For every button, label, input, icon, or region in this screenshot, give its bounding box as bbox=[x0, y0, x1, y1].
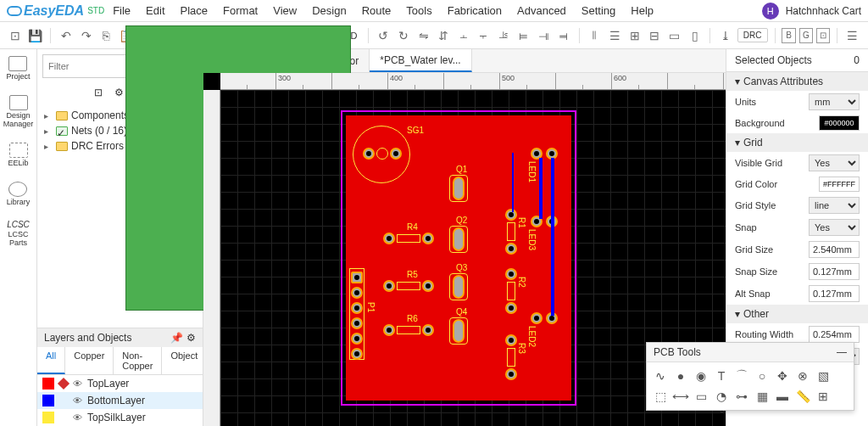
align-center-icon[interactable]: ⫟ bbox=[476, 26, 492, 45]
tool-dimension-icon[interactable]: ⟷ bbox=[670, 386, 691, 406]
menu-advanced[interactable]: Advanced bbox=[517, 4, 566, 17]
ungroup-icon[interactable]: ⊟ bbox=[646, 26, 663, 45]
drc-button[interactable]: DRC bbox=[737, 28, 768, 42]
menu-file[interactable]: File bbox=[113, 4, 131, 17]
eye-icon[interactable]: 👁 bbox=[73, 395, 82, 406]
pad[interactable] bbox=[422, 324, 434, 336]
rotate-left-icon[interactable]: ↺ bbox=[375, 26, 392, 45]
pad-row[interactable] bbox=[453, 227, 465, 251]
section-grid[interactable]: ▾Grid bbox=[726, 133, 868, 152]
snap-select[interactable]: Yes bbox=[809, 219, 860, 236]
front-icon[interactable]: ▭ bbox=[666, 26, 683, 45]
layer-bottom[interactable]: 👁BottomLayer bbox=[37, 392, 203, 409]
open-icon[interactable]: ⊡ bbox=[7, 26, 24, 45]
pad[interactable] bbox=[351, 287, 363, 299]
minimize-icon[interactable]: — bbox=[837, 346, 847, 358]
undo-icon[interactable]: ↶ bbox=[58, 26, 75, 45]
tool-protractor-icon[interactable]: ◔ bbox=[711, 386, 732, 406]
tool-connect-icon[interactable]: ⊶ bbox=[732, 386, 752, 406]
rail-eelib[interactable]: EELib bbox=[8, 143, 28, 168]
tree-tool-2-icon[interactable]: ⚙ bbox=[114, 87, 124, 101]
pad[interactable] bbox=[505, 302, 517, 314]
tool-track-icon[interactable]: ∿ bbox=[650, 366, 670, 386]
pad[interactable] bbox=[351, 333, 363, 345]
user-name[interactable]: Hatchnhack Cart bbox=[786, 5, 861, 17]
pad[interactable] bbox=[383, 233, 395, 244]
pad[interactable] bbox=[422, 280, 434, 292]
tool-move-icon[interactable]: ✥ bbox=[772, 366, 793, 386]
pad[interactable] bbox=[505, 209, 517, 221]
flip-v-icon[interactable]: ⇵ bbox=[435, 26, 452, 45]
visible-grid-select[interactable]: Yes bbox=[809, 154, 860, 171]
layer-topsilk[interactable]: 👁TopSilkLayer bbox=[37, 409, 203, 426]
rail-project[interactable]: Project bbox=[6, 56, 30, 81]
pad[interactable] bbox=[422, 233, 434, 244]
menu-edit[interactable]: Edit bbox=[146, 4, 164, 17]
menu-tools[interactable]: Tools bbox=[406, 4, 431, 17]
menu-route[interactable]: Route bbox=[362, 4, 392, 17]
pad[interactable] bbox=[351, 272, 363, 283]
layer-tab-all[interactable]: All bbox=[37, 347, 65, 374]
tool-canvas-icon[interactable]: ⬚ bbox=[650, 386, 670, 406]
tool-measure-icon[interactable]: 📏 bbox=[793, 386, 813, 406]
group-icon[interactable]: ⊞ bbox=[626, 26, 643, 45]
gear-icon[interactable]: ⚙ bbox=[186, 332, 196, 344]
gerber-icon[interactable]: G bbox=[799, 28, 813, 43]
user-avatar[interactable]: H bbox=[762, 3, 779, 20]
grid-color[interactable]: #FFFFFF bbox=[819, 177, 860, 192]
tab-pcb-waterlevel[interactable]: *PCB_Water lev... bbox=[370, 49, 471, 72]
pad[interactable] bbox=[390, 148, 402, 160]
section-other[interactable]: ▾Other bbox=[726, 305, 868, 323]
tool-via-icon[interactable]: ◉ bbox=[691, 366, 711, 386]
pin-icon[interactable]: 📌 bbox=[170, 332, 183, 344]
layer-tab-noncopper[interactable]: Non-Copper bbox=[114, 347, 162, 374]
pad[interactable] bbox=[351, 348, 363, 360]
pad-row[interactable] bbox=[453, 177, 465, 200]
alt-snap-input[interactable] bbox=[809, 285, 860, 302]
tool-group-icon[interactable]: ⊞ bbox=[813, 386, 833, 406]
back-icon[interactable]: ▯ bbox=[687, 26, 704, 45]
fab-icon[interactable]: ⊡ bbox=[816, 28, 830, 43]
pad[interactable] bbox=[383, 324, 395, 336]
save-icon[interactable]: 💾 bbox=[27, 26, 44, 45]
menu-setting[interactable]: Setting bbox=[581, 4, 615, 17]
pad[interactable] bbox=[531, 312, 542, 324]
grid-size-input[interactable] bbox=[809, 241, 860, 258]
tool-text-icon[interactable]: T bbox=[711, 366, 732, 386]
pad[interactable] bbox=[505, 243, 517, 255]
rail-library[interactable]: Library bbox=[7, 182, 31, 207]
tool-hole-icon[interactable]: ⊗ bbox=[793, 366, 813, 386]
menu-toggle-icon[interactable]: ☰ bbox=[844, 26, 861, 45]
tool-copper-icon[interactable]: ▦ bbox=[752, 386, 772, 406]
redo-icon[interactable]: ↷ bbox=[78, 26, 95, 45]
import-icon[interactable]: ⤓ bbox=[717, 26, 734, 45]
tool-image-icon[interactable]: ▧ bbox=[813, 366, 833, 386]
bom-icon[interactable]: B bbox=[782, 28, 795, 43]
pad[interactable] bbox=[505, 334, 517, 346]
rail-lcsc[interactable]: LCSCLCSC Parts bbox=[7, 220, 30, 248]
bg-color[interactable]: #000000 bbox=[819, 115, 860, 131]
snap-size-input[interactable] bbox=[809, 263, 860, 280]
pad[interactable] bbox=[351, 302, 363, 314]
align-bottom-icon[interactable]: ⫤ bbox=[555, 26, 572, 45]
layer-top[interactable]: 👁TopLayer bbox=[37, 375, 203, 392]
pad[interactable] bbox=[363, 148, 375, 160]
menu-view[interactable]: View bbox=[273, 4, 297, 17]
align-right-icon[interactable]: ⫡ bbox=[495, 26, 512, 45]
pad[interactable] bbox=[383, 280, 395, 292]
tool-solid-icon[interactable]: ▬ bbox=[772, 386, 793, 406]
pad[interactable] bbox=[351, 317, 363, 329]
layer-tab-copper[interactable]: Copper bbox=[65, 347, 114, 374]
eye-icon[interactable]: 👁 bbox=[73, 378, 82, 389]
menu-format[interactable]: Format bbox=[223, 4, 258, 17]
pad[interactable] bbox=[505, 268, 517, 280]
grid-style-select[interactable]: line bbox=[809, 197, 860, 214]
distribute-h-icon[interactable]: ⦀ bbox=[587, 26, 604, 45]
pad-row[interactable] bbox=[453, 275, 465, 299]
align-left-icon[interactable]: ⫠ bbox=[455, 26, 472, 45]
align-middle-icon[interactable]: ⫣ bbox=[535, 26, 552, 45]
pcb-tools-header[interactable]: PCB Tools — bbox=[647, 343, 854, 362]
tool-pad-icon[interactable]: ● bbox=[670, 366, 691, 386]
eye-icon[interactable]: 👁 bbox=[73, 412, 82, 423]
menu-place[interactable]: Place bbox=[181, 4, 209, 17]
